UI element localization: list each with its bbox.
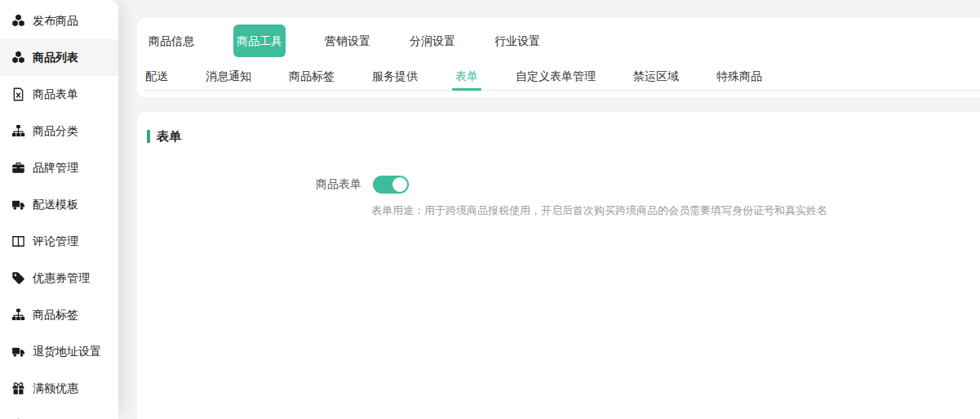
sidebar-item-label: 商品标签 (33, 308, 78, 323)
sidebar-item-label: 商品分类 (33, 124, 78, 139)
tab-goods-tools[interactable]: 商品工具 (233, 25, 286, 57)
sidebar-item-goods-category[interactable]: 商品分类 (0, 113, 118, 149)
sidebar-item-return-address[interactable]: 退货地址设置 (0, 333, 118, 370)
truck-icon (11, 345, 25, 359)
section-header: 表单 (147, 129, 980, 144)
briefcase-icon (11, 161, 25, 175)
sidebar-item-coupon-manage[interactable]: 优惠券管理 (0, 260, 118, 296)
cubes-icon (11, 14, 25, 28)
sidebar-item-label: 评论管理 (33, 234, 78, 249)
subtab-custom-form-manage[interactable]: 自定义表单管理 (514, 68, 597, 84)
columns-icon (11, 234, 25, 248)
sub-tabs: 配送消息通知商品标签服务提供表单自定义表单管理禁运区域特殊商品 (144, 64, 980, 91)
subtab-embargo-area[interactable]: 禁运区域 (632, 68, 681, 84)
main-tabs: 商品信息商品工具营销设置分润设置行业设置 (137, 18, 980, 64)
sidebar: 发布商品商品列表商品表单商品分类品牌管理配送模板评论管理优惠券管理商品标签退货地… (0, 0, 118, 419)
sitemap-icon (11, 124, 25, 138)
sidebar-item-label: 商品列表 (33, 51, 78, 65)
sidebar-item-goods-tag[interactable]: 商品标签 (0, 296, 118, 333)
sidebar-item-comment-manage[interactable]: 评论管理 (0, 223, 118, 260)
gift-icon (11, 381, 25, 395)
sidebar-item-goods-form[interactable]: 商品表单 (0, 76, 118, 113)
sidebar-item-full-discount[interactable]: 满额优惠 (0, 370, 118, 407)
sidebar-item-label: 品牌管理 (33, 161, 78, 176)
content-card: 表单 商品表单 表单用途：用于跨境商品报税使用，开启后首次购买跨境商品的会员需要… (137, 112, 980, 419)
goods-form-toggle[interactable] (373, 176, 409, 194)
sidebar-item-label: 优惠券管理 (33, 271, 90, 286)
tab-profit-settings[interactable]: 分润设置 (410, 34, 455, 47)
file-excel-icon (11, 87, 25, 101)
sidebar-item-publish-goods[interactable]: 发布商品 (0, 2, 118, 39)
sitemap-icon (11, 308, 25, 322)
subtab-service-provide[interactable]: 服务提供 (370, 68, 419, 84)
tab-goods-info[interactable]: 商品信息 (149, 34, 194, 47)
subtab-delivery[interactable]: 配送 (144, 68, 170, 84)
sidebar-item-delivery-template[interactable]: 配送模板 (0, 186, 118, 223)
sidebar-item-brand-manage[interactable]: 品牌管理 (0, 149, 118, 186)
sidebar-item-batch-operate[interactable]: 批量操作 (0, 407, 118, 419)
subtab-message-notify[interactable]: 消息通知 (204, 68, 253, 84)
sidebar-item-label: 配送模板 (33, 198, 78, 212)
toggle-knob (392, 177, 407, 192)
cubes-icon (11, 51, 25, 65)
form-help-text: 表单用途：用于跨境商品报税使用，开启后首次购买跨境商品的会员需要填写身份证号和真… (371, 203, 980, 218)
tag-icon (11, 271, 25, 285)
main-area: 商品信息商品工具营销设置分润设置行业设置 配送消息通知商品标签服务提供表单自定义… (137, 0, 980, 419)
truck-icon (11, 198, 25, 212)
tab-industry-settings[interactable]: 行业设置 (494, 34, 540, 47)
goods-form-row: 商品表单 (147, 176, 980, 194)
section-title: 表单 (157, 129, 181, 144)
sidebar-menu: 发布商品商品列表商品表单商品分类品牌管理配送模板评论管理优惠券管理商品标签退货地… (0, 2, 118, 419)
tab-marketing-settings[interactable]: 营销设置 (325, 34, 370, 47)
sidebar-item-label: 商品表单 (33, 87, 78, 102)
goods-form-label: 商品表单 (147, 177, 361, 192)
section-accent-bar (147, 130, 150, 143)
subtab-form[interactable]: 表单 (454, 68, 480, 84)
subtab-special-goods[interactable]: 特殊商品 (715, 68, 764, 84)
subtab-goods-label[interactable]: 商品标签 (287, 68, 336, 84)
sidebar-item-label: 退货地址设置 (33, 345, 101, 359)
sidebar-item-label: 发布商品 (33, 14, 78, 29)
sidebar-item-label: 满额优惠 (33, 381, 78, 396)
tabs-card: 商品信息商品工具营销设置分润设置行业设置 配送消息通知商品标签服务提供表单自定义… (137, 18, 980, 97)
sidebar-item-goods-list[interactable]: 商品列表 (0, 39, 118, 76)
